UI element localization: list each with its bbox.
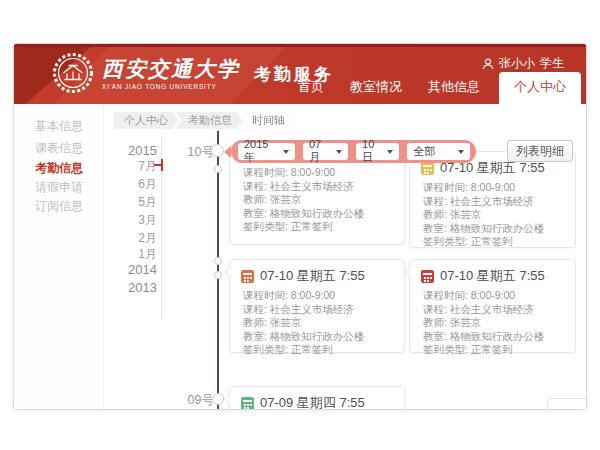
day-select[interactable]: 10日 [356, 143, 399, 160]
card-field: 课程时间8:00-9:00 [421, 289, 564, 303]
card-header: 07-09 星期四 7:55 [241, 394, 393, 409]
field-value: 8:00-9:00 [291, 289, 335, 301]
card-date-title: 07-10 星期五 7:55 [440, 267, 545, 285]
year-select[interactable]: 2015年 [238, 143, 295, 160]
field-label: 签到类型 [243, 343, 291, 355]
field-label: 课程时间 [243, 166, 291, 178]
field-value: 社会主义市场经济 [270, 180, 354, 192]
field-value: 张芸京 [450, 316, 482, 328]
user-name: 张小小 [499, 55, 535, 72]
field-label: 教室 [423, 222, 450, 234]
timeline-month-1[interactable]: 1月 [97, 246, 157, 263]
active-month-tick [161, 159, 163, 171]
field-value: 格物致知行政办公楼 [450, 330, 545, 342]
chevron-down-icon [283, 150, 289, 154]
timeline-year-2014[interactable]: 2014 [97, 262, 157, 277]
field-value: 张芸京 [270, 193, 302, 205]
card-field: 教师张芸京 [241, 316, 393, 330]
field-value: 社会主义市场经济 [450, 195, 534, 207]
nav-personal-center[interactable]: 个人中心 [499, 72, 581, 104]
timeline-month-2[interactable]: 2月 [97, 230, 157, 247]
field-label: 课程 [423, 195, 450, 207]
attendance-card: 07-10 星期五 7:55 课程时间8:00-9:00 课程社会主义市场经济 … [409, 151, 576, 248]
day-marker-09: 09号 [176, 392, 214, 409]
sidebar: 基本信息 课表信息 考勤信息 请假申请 订阅信息 [14, 104, 104, 409]
timeline-month-6[interactable]: 6月 [97, 176, 157, 193]
timeline-month-7[interactable]: 7月 [97, 158, 157, 175]
brand-text: 西安交通大学 XI'AN JIAO TONG UNIVERSITY [102, 57, 240, 90]
card-field: 课程时间8:00-9:00 [241, 289, 393, 303]
field-label: 课程 [243, 303, 270, 315]
field-value: 张芸京 [270, 316, 302, 328]
card-field: 课程社会主义市场经济 [241, 303, 393, 317]
sidebar-item-subscription-info[interactable]: 订阅信息 [14, 198, 104, 215]
calendar-yellow-icon [421, 162, 434, 175]
nav-classrooms[interactable]: 教室情况 [337, 72, 415, 104]
breadcrumb-timeline[interactable]: 时间轴 [239, 112, 296, 129]
user-menu[interactable]: 张小小 学生 [482, 55, 564, 72]
card-field: 课程社会主义市场经济 [241, 180, 393, 194]
partial-card [547, 398, 586, 409]
list-detail-button[interactable]: 列表明细 [507, 140, 573, 162]
field-label: 课程时间 [423, 181, 471, 193]
field-value: 8:00-9:00 [291, 166, 335, 178]
field-label: 教室 [243, 330, 270, 342]
day-marker-10: 10号 [176, 144, 214, 161]
card-field: 课程社会主义市场经济 [421, 195, 564, 209]
card-date-title: 07-09 星期四 7:55 [260, 394, 365, 409]
field-label: 课程 [243, 180, 270, 192]
filter-bar: 2015年 07月 10日 全部 [231, 140, 476, 163]
card-field: 课程时间8:00-9:00 [421, 181, 564, 195]
breadcrumb-personal-center[interactable]: 个人中心 [114, 112, 179, 129]
chevron-down-icon [336, 150, 342, 154]
timeline-node-large [211, 144, 224, 157]
sidebar-item-schedule-info[interactable]: 课表信息 [14, 140, 104, 157]
active-month-tick-arm [154, 164, 161, 166]
field-value: 格物致知行政办公楼 [270, 207, 365, 219]
field-value: 8:00-9:00 [471, 181, 515, 193]
field-label: 签到类型 [423, 343, 471, 355]
university-name-cn: 西安交通大学 [102, 57, 240, 81]
user-icon [482, 58, 494, 70]
field-value: 正常签到 [471, 235, 513, 247]
nav-home[interactable]: 首页 [285, 72, 337, 104]
month-select[interactable]: 07月 [303, 143, 348, 160]
field-label: 课程时间 [243, 289, 291, 301]
timeline-month-3[interactable]: 3月 [97, 212, 157, 229]
field-label: 签到类型 [243, 220, 291, 232]
card-field: 教师张芸京 [421, 316, 564, 330]
content-area: 基本信息 课表信息 考勤信息 请假申请 订阅信息 个人中心 考勤信息 时间轴 2… [14, 104, 586, 409]
field-label: 课程 [423, 303, 450, 315]
card-header: 07-10 星期五 7:55 [241, 267, 393, 285]
field-value: 社会主义市场经济 [270, 303, 354, 315]
timeline-node-small [214, 165, 222, 173]
card-field: 签到类型正常签到 [421, 235, 564, 249]
field-value: 张芸京 [450, 208, 482, 220]
main-nav: 首页 教室情况 其他信息 个人中心 [285, 72, 581, 104]
timeline-node-large [212, 393, 224, 405]
card-field: 课程社会主义市场经济 [421, 303, 564, 317]
university-name-en: XI'AN JIAO TONG UNIVERSITY [102, 83, 240, 90]
nav-other-info[interactable]: 其他信息 [415, 72, 493, 104]
university-seal-icon [52, 52, 94, 94]
field-value: 格物致知行政办公楼 [270, 330, 365, 342]
card-field: 课程时间8:00-9:00 [241, 166, 393, 180]
timeline-year-2013[interactable]: 2013 [97, 280, 157, 295]
timeline-year-2015[interactable]: 2015 [97, 143, 157, 158]
app-header: 西安交通大学 XI'AN JIAO TONG UNIVERSITY 考勤服务 张… [14, 44, 586, 104]
sidebar-item-leave-request[interactable]: 请假申请 [14, 179, 104, 196]
card-date-title: 07-10 星期五 7:55 [260, 267, 365, 285]
month-select-value: 07月 [309, 138, 331, 165]
timeline-month-5[interactable]: 5月 [97, 194, 157, 211]
card-field: 教师张芸京 [241, 193, 393, 207]
timeline-node-small [214, 257, 222, 265]
type-select[interactable]: 全部 [407, 143, 470, 160]
card-field: 教室格物致知行政办公楼 [241, 330, 393, 344]
card-field: 教室格物致知行政办公楼 [241, 207, 393, 221]
card-field: 签到类型正常签到 [421, 343, 564, 357]
attendance-card: 07-09 星期四 7:55 [229, 386, 405, 409]
sidebar-item-attendance-info[interactable]: 考勤信息 [14, 160, 104, 177]
sidebar-item-basic-info[interactable]: 基本信息 [14, 118, 104, 135]
breadcrumb-attendance-info[interactable]: 考勤信息 [175, 112, 243, 129]
field-label: 教室 [243, 207, 270, 219]
